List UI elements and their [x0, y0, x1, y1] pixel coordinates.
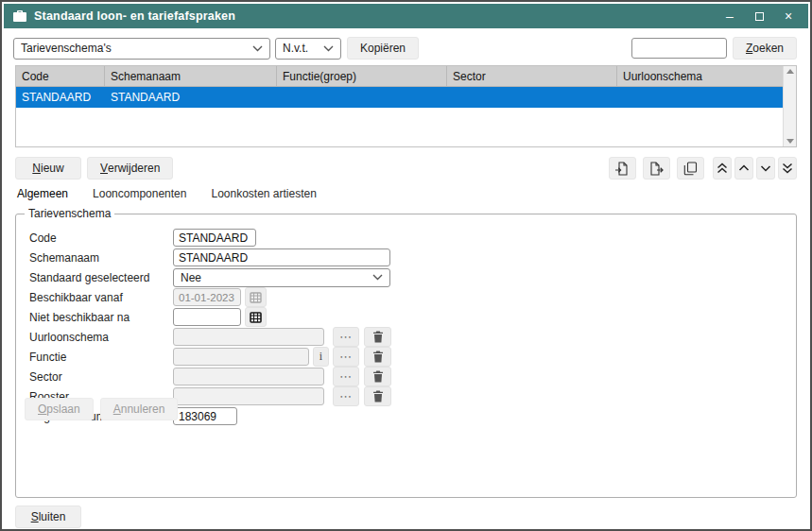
duplicate-button[interactable] [677, 157, 704, 180]
trash-icon [372, 351, 384, 363]
standaard-geselecteerd-label: Standaard geselecteerd [29, 271, 173, 284]
tab-strip: Algemeen Looncomponenten Loonkosten arti… [17, 187, 797, 202]
schema-type-select[interactable]: Tarievenschema's [13, 38, 270, 60]
schemanaam-input[interactable] [173, 248, 390, 266]
functie-info-button[interactable]: i [313, 347, 329, 367]
niet-beschikbaar-na-input[interactable] [173, 308, 241, 326]
tab-looncomponenten[interactable]: Looncomponenten [93, 187, 186, 202]
navigation-group [713, 157, 797, 180]
close-window-button[interactable]: Sluiten [15, 505, 81, 528]
standaard-geselecteerd-select[interactable]: Nee [173, 268, 390, 287]
form-row-beschikbaar-vanaf: Beschikbaar vanaf [16, 287, 796, 307]
record-iconbar [609, 157, 797, 180]
sector-lookup-button[interactable]: ⋯ [333, 367, 359, 386]
schema-type-value: Tarievenschema's [21, 42, 247, 55]
cell-uurloonschema [617, 87, 783, 108]
functie-lookup-button[interactable]: ⋯ [333, 347, 359, 367]
cell-sector [447, 87, 617, 108]
copy-icon [683, 162, 698, 176]
scroll-down-icon[interactable] [786, 139, 794, 144]
rooster-lookup-button[interactable]: ⋯ [333, 386, 359, 406]
briefcase-icon [13, 10, 26, 22]
app-window: Standaard loon- en tariefafspraken – × T… [0, 0, 812, 531]
form-row-standaard-geselecteerd: Standaard geselecteerd Nee [16, 267, 796, 287]
tab-loonkosten-artiesten[interactable]: Loonkosten artiesten [211, 187, 316, 202]
new-button[interactable]: Nieuw [15, 157, 81, 180]
maximize-icon [755, 12, 764, 21]
filter-select[interactable]: N.v.t. [275, 38, 341, 60]
double-chevron-down-icon [782, 163, 793, 174]
trash-icon [372, 331, 384, 343]
cell-code: STANDAARD [16, 87, 105, 108]
registratienummer-input[interactable] [173, 407, 237, 425]
functie-input [173, 348, 309, 366]
sector-clear-button[interactable] [364, 367, 391, 386]
cell-schemanaam: STANDAARD [105, 87, 277, 108]
form-row-schemanaam: Schemanaam [16, 248, 796, 267]
uurloonschema-lookup-button[interactable]: ⋯ [333, 327, 359, 347]
uurloonschema-clear-button[interactable] [364, 327, 391, 347]
sector-input [173, 368, 324, 385]
column-header-code[interactable]: Code [16, 66, 105, 86]
minimize-button[interactable]: – [719, 7, 740, 26]
window-controls: – × [719, 7, 799, 26]
rooster-clear-button[interactable] [364, 386, 391, 406]
rooster-input [173, 387, 324, 405]
scroll-up-icon[interactable] [786, 69, 794, 74]
table-scrollbar[interactable] [783, 66, 796, 146]
search-group: Zoeken [631, 37, 797, 60]
last-record-button[interactable] [778, 157, 797, 180]
trash-icon [372, 370, 384, 383]
functie-clear-button[interactable] [364, 347, 391, 367]
beschikbaar-vanaf-label: Beschikbaar vanaf [29, 291, 173, 304]
previous-record-button[interactable] [734, 157, 753, 180]
uurloonschema-label: Uurloonschema [29, 331, 173, 344]
save-button: Opslaan [25, 398, 94, 420]
close-button[interactable]: × [778, 7, 799, 26]
column-header-uurloonschema[interactable]: Uurloonschema [617, 66, 783, 86]
double-chevron-up-icon [717, 163, 728, 174]
table-row-standaard[interactable]: STANDAARD STANDAARD [16, 87, 796, 108]
form-row-functie: Functie i ⋯ [16, 347, 796, 367]
standaard-geselecteerd-value: Nee [181, 271, 367, 284]
form-row-niet-beschikbaar-na: Niet beschikbaar na [16, 307, 796, 327]
calendar-icon [250, 311, 262, 323]
code-label: Code [29, 231, 173, 245]
export-icon [649, 162, 664, 176]
import-icon [615, 162, 630, 176]
delete-button[interactable]: Verwijderen [87, 157, 173, 180]
tarievenschema-groupbox: Tarievenschema Code Schemanaam Standaard… [15, 207, 797, 498]
code-input[interactable] [173, 229, 256, 247]
column-header-sector[interactable]: Sector [447, 66, 617, 86]
calendar-icon [250, 291, 262, 303]
groupbox-legend: Tarievenschema [25, 207, 114, 220]
functie-label: Functie [29, 351, 173, 364]
sector-label: Sector [29, 370, 173, 384]
action-row: Nieuw Verwijderen [15, 157, 797, 180]
maximize-button[interactable] [749, 7, 769, 26]
import-button[interactable] [609, 157, 636, 180]
beschikbaar-vanaf-calendar-button [245, 287, 267, 307]
form-row-uurloonschema: Uurloonschema ⋯ [16, 327, 796, 347]
export-button[interactable] [643, 157, 670, 180]
chevron-up-icon [738, 164, 750, 172]
search-button[interactable]: Zoeken [733, 37, 797, 60]
niet-beschikbaar-na-calendar-button[interactable] [245, 307, 267, 327]
column-header-functiegroep[interactable]: Functie(groep) [277, 66, 447, 86]
schema-table: Code Schemanaam Functie(groep) Sector Uu… [15, 65, 797, 147]
filter-value: N.v.t. [283, 42, 318, 55]
form-row-code: Code [16, 228, 796, 248]
column-header-schemanaam[interactable]: Schemanaam [105, 66, 277, 86]
window-title: Standaard loon- en tariefafspraken [34, 9, 235, 23]
tab-algemeen[interactable]: Algemeen [17, 187, 68, 202]
chevron-down-icon [252, 45, 263, 52]
trash-icon [372, 390, 384, 403]
toolbar: Tarievenschema's N.v.t. Kopiëren Zoeken [4, 28, 808, 65]
first-record-button[interactable] [713, 157, 732, 180]
form-row-sector: Sector ⋯ [16, 367, 796, 386]
search-input[interactable] [631, 38, 727, 59]
copy-schema-button[interactable]: Kopiëren [347, 37, 419, 60]
chevron-down-icon [760, 164, 771, 172]
next-record-button[interactable] [756, 157, 775, 180]
chevron-down-icon [323, 45, 334, 52]
